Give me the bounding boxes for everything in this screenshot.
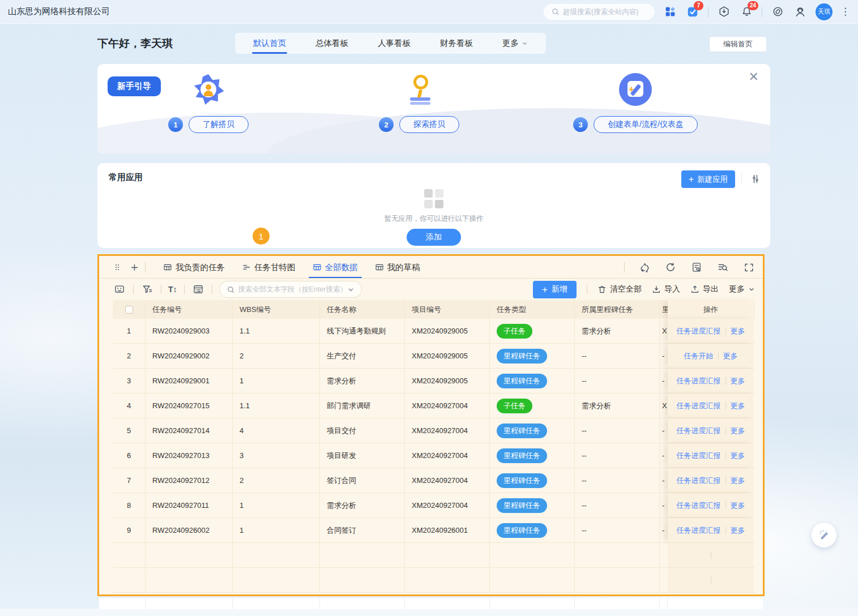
task-type-badge: [497, 578, 510, 583]
create-form-icon: +: [619, 72, 652, 107]
add-view-icon[interactable]: [130, 263, 139, 272]
row-action-primary[interactable]: 任务开始: [684, 351, 714, 361]
drag-handle-icon[interactable]: [113, 263, 122, 272]
row-action-more[interactable]: 更多: [723, 351, 738, 361]
row-action-primary[interactable]: 任务进度汇报: [677, 401, 721, 411]
notifications-bell-icon[interactable]: 24: [739, 5, 754, 19]
tab-more[interactable]: 更多: [488, 33, 543, 54]
todo-icon[interactable]: 7: [685, 5, 700, 19]
view-tab-gantt[interactable]: 任务甘特图: [233, 256, 304, 279]
help-compass-icon[interactable]: [770, 5, 785, 19]
cell-task-name: [320, 568, 405, 592]
global-search[interactable]: [544, 4, 655, 20]
col-milestone: 所属里程碑任务: [575, 300, 660, 319]
view-tab-my-tasks[interactable]: 我负责的任务: [155, 256, 233, 279]
new-app-button[interactable]: + 新建应用: [681, 170, 735, 188]
step-number: 2: [379, 117, 394, 132]
close-icon[interactable]: ✕: [749, 71, 759, 83]
more-menu-icon[interactable]: ⋮: [840, 7, 850, 16]
step-number: 1: [168, 117, 183, 132]
cell-wbs: 1.1: [233, 393, 320, 418]
row-actions: [668, 568, 754, 592]
task-type-badge: 里程碑任务: [497, 498, 547, 513]
tab-overall-board[interactable]: 总体看板: [301, 33, 363, 54]
recycle-bin-icon[interactable]: [638, 261, 651, 273]
row-action-primary[interactable]: 任务进度汇报: [677, 451, 721, 461]
col-actions: 操作: [668, 300, 754, 319]
row-action-primary[interactable]: 任务进度汇报: [677, 476, 721, 486]
divider: [711, 551, 711, 559]
tab-finance-board[interactable]: 财务看板: [425, 33, 488, 54]
onboarding-step-2: 2 探索搭贝: [334, 72, 504, 133]
learn-dabei-button[interactable]: 了解搭贝: [189, 116, 249, 133]
row-action-more[interactable]: 更多: [731, 525, 745, 536]
row-number: 1: [127, 327, 131, 335]
row-action-more[interactable]: 更多: [731, 401, 745, 411]
share-doc-icon[interactable]: [690, 261, 703, 273]
row-action-more[interactable]: 更多: [731, 500, 745, 511]
col-task-type: 任务类型: [490, 300, 575, 319]
user-avatar[interactable]: 天琪: [816, 3, 833, 20]
tab-default-home[interactable]: 默认首页: [238, 33, 301, 54]
support-headset-icon[interactable]: [793, 5, 808, 19]
cell-task-no: RW20240927013: [146, 443, 233, 468]
import-button[interactable]: 导入: [652, 284, 680, 294]
row-action-primary[interactable]: 任务进度汇报: [677, 376, 721, 386]
add-record-button[interactable]: + 新增: [533, 281, 577, 298]
cell-clipped: [660, 568, 668, 592]
divider: [184, 285, 185, 294]
panel-settings-icon[interactable]: [750, 173, 761, 185]
chevron-down-icon[interactable]: [347, 286, 355, 293]
row-action-more[interactable]: 更多: [731, 326, 745, 336]
divider: [161, 285, 161, 294]
table-search-input[interactable]: [238, 285, 344, 293]
divider: [587, 285, 587, 294]
row-action-primary[interactable]: 任务进度汇报: [677, 500, 721, 511]
table-view-icon: [375, 263, 384, 272]
cell-milestone: --: [575, 418, 660, 443]
row-action-more[interactable]: 更多: [731, 451, 745, 461]
create-form-flow-button[interactable]: 创建表单/流程/仪表盘: [594, 116, 698, 133]
cell-project-no: XM20240927004: [405, 443, 490, 468]
filter-icon[interactable]: [140, 283, 154, 296]
select-all-checkbox[interactable]: [125, 306, 133, 314]
col-project-no: 项目编号: [405, 300, 490, 319]
row-action-primary[interactable]: 任务进度汇报: [677, 426, 721, 436]
add-app-button[interactable]: 添加: [407, 229, 461, 246]
col-task-no: 任务编号: [146, 300, 233, 319]
search-list-icon[interactable]: [716, 261, 729, 273]
sort-text-icon[interactable]: T↕: [168, 285, 177, 294]
magic-wand-button[interactable]: [812, 523, 836, 547]
row-action-more[interactable]: 更多: [731, 376, 745, 386]
cell-milestone: --: [575, 443, 660, 468]
global-search-input[interactable]: [563, 8, 648, 16]
cell-clipped: -: [660, 369, 668, 393]
table-row: 3 RW20240929001 1 需求分析 XM20240929005 里程碑…: [113, 369, 755, 393]
view-tab-all-data[interactable]: 全部数据: [304, 256, 366, 279]
star-person-icon: [193, 72, 224, 107]
tab-hr-board[interactable]: 人事看板: [363, 33, 425, 54]
clear-all-button[interactable]: 清空全部: [597, 284, 642, 294]
tasks-table: 任务编号 WBS编号 任务名称 项目编号 任务类型 所属里程碑任务 里 操作 1…: [113, 300, 755, 593]
row-action-more[interactable]: 更多: [731, 426, 745, 436]
view-tab-my-drafts[interactable]: 我的草稿: [366, 256, 429, 279]
more-actions-button[interactable]: 更多: [729, 284, 755, 294]
row-action-more[interactable]: 更多: [731, 476, 745, 486]
form-view-icon[interactable]: [191, 283, 205, 296]
row-number: 7: [127, 476, 131, 485]
explore-dabei-button[interactable]: 探索搭贝: [399, 116, 459, 133]
fullscreen-icon[interactable]: [742, 261, 755, 273]
search-icon: [227, 285, 235, 294]
row-action-primary[interactable]: 任务进度汇报: [677, 525, 721, 536]
table-search[interactable]: [219, 281, 362, 298]
apps-grid-icon[interactable]: [663, 5, 677, 19]
table-row: [113, 568, 755, 593]
row-action-primary[interactable]: 任务进度汇报: [677, 326, 721, 336]
step-number: 3: [573, 117, 588, 132]
download-center-icon[interactable]: [716, 5, 731, 19]
view-config-icon[interactable]: [113, 283, 126, 296]
topbar: 山东思为网络科技有限公司 7 24 天琪 ⋮: [0, 0, 858, 24]
refresh-icon[interactable]: [664, 261, 677, 273]
export-button[interactable]: 导出: [690, 284, 719, 294]
edit-home-button[interactable]: 编辑首页: [709, 36, 767, 52]
